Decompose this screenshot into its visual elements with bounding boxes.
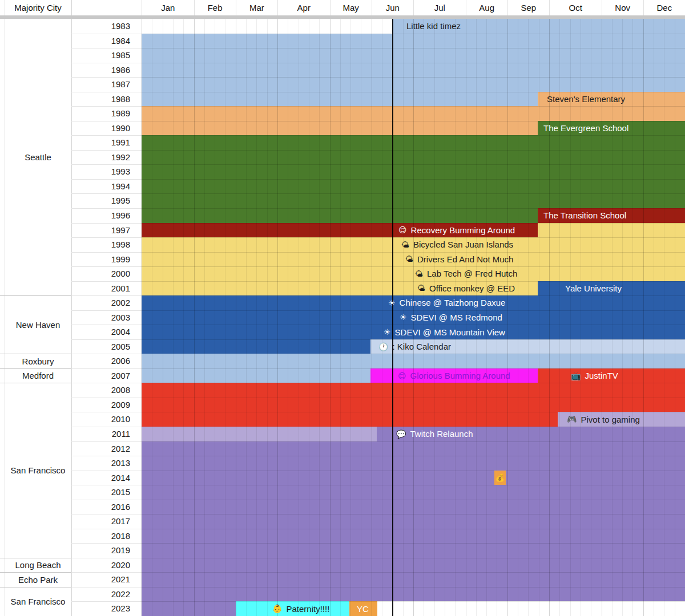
month-header-sep[interactable]: Sep bbox=[507, 0, 549, 15]
majority-city-roxbury[interactable]: Roxbury bbox=[5, 354, 71, 368]
majority-city-header[interactable]: Majority City bbox=[5, 0, 71, 15]
period-label-chinese-taizhong-daxue: ☀Chinese @ Taizhong Daxue bbox=[388, 295, 505, 310]
year-label[interactable]: 2007 bbox=[71, 368, 136, 383]
grid-week-line bbox=[675, 19, 675, 616]
year-label[interactable]: 1985 bbox=[71, 48, 136, 63]
city-group-border bbox=[0, 383, 71, 383]
timeline-band-pivot-to-gaming[interactable] bbox=[142, 427, 377, 441]
month-header-dec[interactable]: Dec bbox=[643, 0, 685, 15]
grid-row-line bbox=[142, 514, 685, 514]
year-label[interactable]: 2018 bbox=[71, 529, 136, 544]
money-bag-marker[interactable]: 💰 bbox=[494, 471, 506, 485]
year-label[interactable]: 1989 bbox=[71, 106, 136, 121]
grid-week-line bbox=[277, 19, 278, 616]
year-label[interactable]: 1994 bbox=[71, 179, 136, 194]
year-label[interactable]: 1984 bbox=[71, 34, 136, 48]
year-label[interactable]: 2012 bbox=[71, 441, 136, 456]
majority-city-san-francisco[interactable]: San Francisco bbox=[5, 587, 71, 616]
year-label[interactable]: 2021 bbox=[71, 572, 136, 587]
year-label[interactable]: 2017 bbox=[71, 514, 136, 529]
majority-city-san-francisco[interactable]: San Francisco bbox=[5, 383, 71, 557]
month-header-apr[interactable]: Apr bbox=[277, 0, 330, 15]
year-label[interactable]: 1987 bbox=[71, 77, 136, 92]
city-group-border bbox=[0, 587, 71, 587]
grid-row-line bbox=[142, 48, 685, 48]
label-emoji-icon: 🎮 bbox=[567, 415, 577, 423]
year-label[interactable]: 1983 bbox=[71, 19, 136, 34]
grid-row-line bbox=[142, 164, 685, 165]
timeline-spreadsheet: Majority City JanFebMarAprMayJunJulAugSe… bbox=[0, 0, 685, 616]
year-label[interactable]: 2009 bbox=[71, 398, 136, 412]
majority-city-seattle[interactable]: Seattle bbox=[5, 19, 71, 295]
year-label[interactable]: 1990 bbox=[71, 121, 136, 136]
year-label[interactable]: 2011 bbox=[71, 427, 136, 441]
period-label-steven-s-elementary: Steven's Elementary bbox=[547, 92, 625, 107]
month-header-jul[interactable]: Jul bbox=[413, 0, 466, 15]
year-label[interactable]: 1991 bbox=[71, 135, 136, 150]
period-label-text: Bicycled San Juan Islands bbox=[413, 240, 513, 249]
month-header-mar[interactable]: Mar bbox=[236, 0, 277, 15]
grid-week-line bbox=[350, 19, 351, 616]
year-label[interactable]: 2016 bbox=[71, 500, 136, 514]
year-label[interactable]: 2013 bbox=[71, 456, 136, 471]
period-label-kiko-calendar: 🕐: Kiko Calendar bbox=[378, 339, 451, 354]
grid-row-line bbox=[142, 441, 685, 442]
year-label[interactable]: 2015 bbox=[71, 485, 136, 500]
period-label-text: Drivers Ed And Not Much bbox=[417, 254, 513, 264]
year-label[interactable]: 2006 bbox=[71, 354, 136, 368]
year-label[interactable]: 2000 bbox=[71, 266, 136, 281]
year-label[interactable]: 1992 bbox=[71, 150, 136, 165]
year-label[interactable]: 2010 bbox=[71, 412, 136, 427]
year-label[interactable]: 2004 bbox=[71, 325, 136, 339]
period-label-text: Recovery Bumming Around bbox=[411, 225, 515, 235]
grid-row-line bbox=[142, 485, 685, 485]
period-label-sdevi-ms-mountain-view: ☀SDEVI @ MS Mountain View bbox=[384, 325, 505, 339]
majority-city-long-beach[interactable]: Long Beach bbox=[5, 558, 71, 573]
year-label[interactable]: 2008 bbox=[71, 383, 136, 398]
period-label-recovery-bumming-around: 😌Recovery Bumming Around bbox=[398, 223, 515, 238]
month-header-nov[interactable]: Nov bbox=[602, 0, 643, 15]
month-header-may[interactable]: May bbox=[330, 0, 372, 15]
month-header-oct[interactable]: Oct bbox=[549, 0, 602, 15]
year-label[interactable]: 2003 bbox=[71, 310, 136, 325]
year-label[interactable]: 2014 bbox=[71, 471, 136, 485]
year-label[interactable]: 1998 bbox=[71, 237, 136, 252]
period-label-paternity: 👶Paternity!!!! bbox=[272, 601, 329, 616]
month-header-aug[interactable]: Aug bbox=[466, 0, 507, 15]
period-label-text: Pivot to gaming bbox=[581, 415, 639, 424]
city-group-border bbox=[0, 354, 71, 354]
grid-week-line bbox=[215, 19, 215, 616]
grid-week-line bbox=[288, 19, 288, 616]
year-label[interactable]: 2022 bbox=[71, 587, 136, 602]
label-emoji-icon: 👶 bbox=[272, 605, 282, 613]
year-label[interactable]: 2020 bbox=[71, 558, 136, 573]
year-label[interactable]: 1988 bbox=[71, 92, 136, 107]
year-label[interactable]: 2001 bbox=[71, 281, 136, 296]
birthday-line bbox=[392, 19, 393, 616]
year-label[interactable]: 1997 bbox=[71, 223, 136, 238]
grid-week-line bbox=[246, 19, 247, 616]
majority-city-new-haven[interactable]: New Haven bbox=[5, 295, 71, 354]
grid-week-line bbox=[163, 19, 163, 616]
year-label[interactable]: 2002 bbox=[71, 295, 136, 310]
label-emoji-icon: 🌤 bbox=[417, 284, 425, 292]
year-label[interactable]: 1999 bbox=[71, 252, 136, 267]
year-label[interactable]: 2019 bbox=[71, 543, 136, 558]
majority-city-medford[interactable]: Medford bbox=[5, 368, 71, 383]
grid-row-line bbox=[142, 193, 685, 194]
year-label[interactable]: 1995 bbox=[71, 193, 136, 208]
period-label-the-evergreen-school: The Evergreen School bbox=[543, 121, 628, 136]
year-label[interactable]: 1986 bbox=[71, 63, 136, 78]
grid-week-line bbox=[299, 19, 299, 616]
month-header-feb[interactable]: Feb bbox=[194, 0, 236, 15]
month-header-jun[interactable]: Jun bbox=[372, 0, 413, 15]
majority-city-echo-park[interactable]: Echo Park bbox=[5, 572, 71, 587]
year-label[interactable]: 2005 bbox=[71, 339, 136, 354]
month-header-jan[interactable]: Jan bbox=[142, 0, 194, 15]
label-emoji-icon: 🌤 bbox=[405, 255, 413, 263]
year-label[interactable]: 1996 bbox=[71, 208, 136, 223]
year-label[interactable]: 1993 bbox=[71, 164, 136, 179]
grid-week-line bbox=[643, 19, 644, 616]
year-label[interactable]: 2023 bbox=[71, 601, 136, 616]
timeline-band-twitch-relaunch[interactable] bbox=[142, 601, 236, 616]
